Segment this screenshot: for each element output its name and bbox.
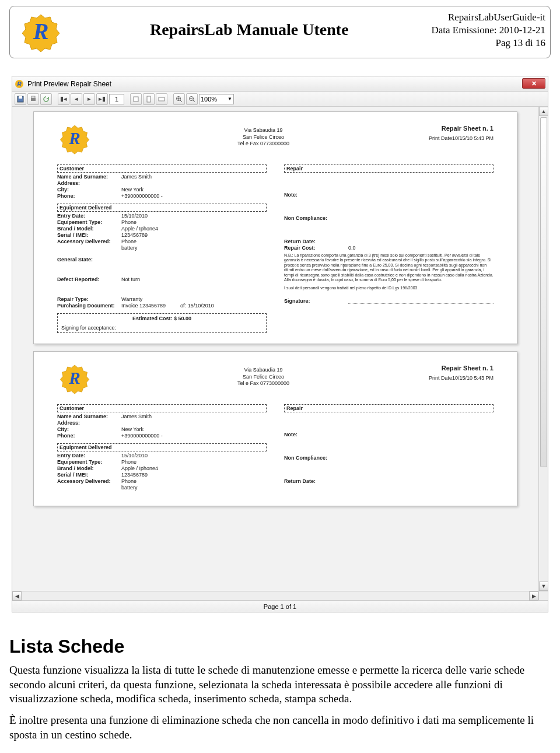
- scroll-up-icon[interactable]: ▲: [539, 107, 548, 116]
- zoom-out-icon[interactable]: [186, 93, 198, 105]
- section-heading: Lista Schede: [9, 636, 551, 657]
- fit-width-icon[interactable]: [156, 93, 167, 105]
- document-title: RepairsLab Manuale Utente: [67, 9, 432, 39]
- document-header: R RepairsLab Manuale Utente RepairsLabUs…: [9, 6, 551, 58]
- repair-sheet-copy-1: R Via Sabaudia 19 San Felice Circeo Tel …: [33, 111, 517, 344]
- zoom-in-icon[interactable]: [173, 93, 185, 105]
- refresh-icon[interactable]: [40, 93, 52, 105]
- sheet-logo-icon: R: [57, 362, 98, 397]
- actual-size-icon[interactable]: [130, 93, 142, 105]
- svg-rect-8: [147, 96, 150, 102]
- window-close-button[interactable]: ✕: [522, 78, 545, 89]
- scroll-down-icon[interactable]: ▼: [539, 582, 548, 591]
- doc-id: RepairsLabUserGuide-it: [432, 11, 545, 24]
- print-preview-window: R Print Preview Repair Sheet ✕ ▮◂ ◂ ▸ ▸▮…: [12, 76, 548, 612]
- sheet-top-right: Repair Sheet n. 1 Print Date10/15/10 5:4…: [429, 122, 494, 141]
- legal-text-1: N.B.: La riparazione comporta una garanz…: [284, 253, 494, 282]
- svg-text:R: R: [17, 81, 22, 87]
- svg-line-11: [180, 100, 182, 102]
- repair-section: Repair: [284, 164, 494, 173]
- svg-rect-9: [159, 97, 164, 101]
- horizontal-scrollbar[interactable]: ◀ ▶: [12, 591, 538, 600]
- scroll-thumb[interactable]: [540, 117, 547, 467]
- toolbar: ▮◂ ◂ ▸ ▸▮ 100%▼: [12, 92, 548, 107]
- doc-date: Data Emissione: 2010-12-21: [432, 24, 545, 37]
- nav-prev-icon[interactable]: ◂: [71, 93, 82, 105]
- sheet-logo-icon: R: [57, 122, 98, 157]
- window-title: Print Preview Repair Sheet: [27, 80, 111, 88]
- zoom-select[interactable]: 100%▼: [199, 94, 234, 104]
- svg-rect-6: [32, 96, 35, 98]
- svg-text:R: R: [68, 129, 80, 148]
- svg-line-15: [193, 100, 195, 102]
- equipment-section: Eguipment Delivered: [57, 204, 267, 212]
- body-paragraph-2: È inoltre presenta una funzione di elimi…: [9, 713, 551, 742]
- nav-next-icon[interactable]: ▸: [83, 93, 95, 105]
- document-meta: RepairsLabUserGuide-it Data Emissione: 2…: [432, 9, 545, 50]
- legal-text-2: I suoi dati personali vengono trattati n…: [284, 286, 494, 290]
- nav-first-icon[interactable]: ▮◂: [58, 93, 69, 105]
- svg-rect-7: [134, 97, 138, 101]
- save-icon[interactable]: [15, 93, 26, 105]
- estimated-cost-box: Estimated Cost: $ 50.00 Signing for acce…: [57, 313, 267, 333]
- scrollbar-corner: [538, 591, 548, 600]
- customer-section: Customer: [57, 164, 267, 173]
- company-address: Via Sabaudia 19 San Felice Circeo Tel e …: [98, 122, 429, 148]
- doc-page: Pag 13 di 16: [432, 37, 545, 50]
- svg-text:R: R: [68, 369, 80, 387]
- nav-last-icon[interactable]: ▸▮: [96, 93, 108, 105]
- vertical-scrollbar[interactable]: ▲ ▼: [538, 107, 548, 591]
- app-logo-icon: R: [15, 9, 67, 55]
- status-bar: Page 1 of 1: [12, 600, 548, 612]
- svg-text:R: R: [33, 18, 49, 44]
- print-icon[interactable]: [27, 93, 39, 105]
- preview-canvas[interactable]: R Via Sabaudia 19 San Felice Circeo Tel …: [12, 107, 538, 591]
- window-icon: R: [15, 79, 24, 89]
- svg-rect-4: [19, 96, 22, 99]
- scroll-left-icon[interactable]: ◀: [12, 591, 22, 601]
- window-title-bar[interactable]: R Print Preview Repair Sheet ✕: [12, 76, 548, 92]
- body-paragraph-1: Questa funzione visualizza la lista di t…: [9, 663, 551, 706]
- repair-sheet-copy-2: R Via Sabaudia 19 San Felice Circeo Tel …: [33, 351, 517, 506]
- page-number-input[interactable]: [109, 94, 124, 104]
- scroll-right-icon[interactable]: ▶: [529, 591, 538, 601]
- fit-page-icon[interactable]: [143, 93, 155, 105]
- signature-line: [348, 298, 494, 304]
- svg-rect-5: [31, 98, 36, 101]
